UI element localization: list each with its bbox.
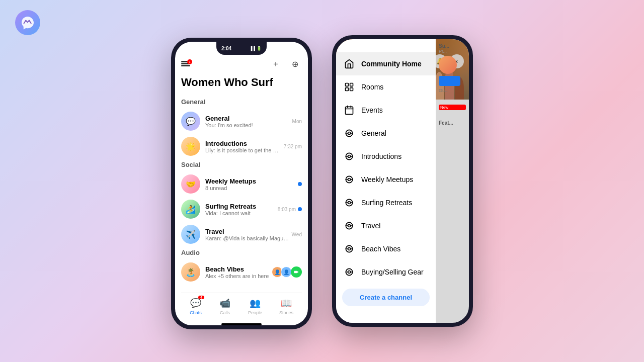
more-options-button[interactable]: ⊕ [288,57,302,71]
calls-icon: 📹 [219,297,231,309]
drawer-item-events[interactable]: Events [336,99,436,122]
chat-general-icon [343,127,355,139]
chat-item-introductions[interactable]: 🌟 Introductions Lily: is it possible to … [181,134,302,159]
drawer-item-travel[interactable]: Travel [336,214,436,237]
compose-button[interactable]: ＋ [269,57,283,71]
people-icon: 👥 [249,297,261,309]
drawer-label-weekly-meetups: Weekly Meetups [361,175,413,184]
menu-icon[interactable]: 1 [181,61,190,66]
chat-preview-weekly-meetups: 8 unread [205,185,296,191]
tab-bar: 💬 4 Chats 📹 Calls 👥 People 📖 [181,293,302,321]
chat-introductions-icon [343,150,355,162]
chat-item-general[interactable]: 💬 General You: I'm so excited! Mon [181,109,302,134]
chat-meta-introductions: 7:32 pm [284,144,302,149]
drawer-label-rooms: Rooms [361,83,383,91]
chat-name-surfing-retreats: Surfing Retreats [205,203,276,210]
drawer-label-introductions: Introductions [361,152,401,160]
drawer-item-surfing-retreats[interactable]: Surfing Retreats [336,191,436,214]
phone2: 2:04 ▐▐ 🔋 ↗ 🔔 ‹ [332,35,473,327]
audio-room-name-beach: Beach Vibes [205,265,272,273]
drawer-item-rooms[interactable]: Rooms [336,75,436,99]
chats-icon: 💬 4 [190,297,202,309]
chat-meta-general: Mon [292,119,302,124]
phones-wrapper: 2:04 ▐▐ 🔋 1 ＋ ⊕ [171,38,473,329]
mini-avatar-2: 👤 [281,266,292,278]
chat-meta-travel: Wed [292,232,302,237]
drawer-label-travel: Travel [361,222,380,230]
drawer-label-events: Events [361,106,383,114]
stories-icon: 📖 [280,297,292,309]
phone1-time: 2:04 [221,46,231,51]
phone1-header: 1 ＋ ⊕ [181,57,302,71]
tab-people-label: People [248,310,262,315]
chat-item-weekly-meetups[interactable]: 🤝 Weekly Meetups 8 unread [181,171,302,197]
menu-notification-badge: 1 [187,59,192,64]
drawer-item-general[interactable]: General [336,122,436,145]
phone1: 2:04 ▐▐ 🔋 1 ＋ ⊕ [171,38,312,329]
chat-item-travel[interactable]: ✈️ Travel Karan: @Vida is basically Magu… [181,222,302,247]
tab-people[interactable]: 👥 People [248,297,262,315]
right-peek-btn [439,76,460,86]
chat-info-surfing-retreats: Surfing Retreats Vida: I cannot wait [205,203,276,216]
drawer-label-community-home: Community Home [361,60,422,68]
phone2-screen: 2:04 ▐▐ 🔋 ↗ 🔔 ‹ [336,39,469,323]
section-label-audio: Audio [181,249,302,256]
chat-meta-surfing-retreats: 8:03 pm [278,207,296,212]
drawer-label-general: General [361,129,386,137]
drawer-overlay[interactable]: Su... Pr... Gu... New Feat... [436,39,469,323]
chat-item-surfing-retreats[interactable]: 🏄 Surfing Retreats Vida: I cannot wait 8… [181,197,302,222]
create-channel-button[interactable]: Create a channel [342,289,430,306]
svg-rect-5 [350,88,353,91]
chats-badge: 4 [198,296,204,299]
home-icon [343,58,355,70]
tab-stories[interactable]: 📖 Stories [279,297,293,315]
unread-dot-weekly [298,182,302,186]
chat-beach-icon [343,243,355,255]
chat-buying-icon [343,266,355,278]
tab-chats-label: Chats [190,310,202,315]
right-peek-badge-new: New [439,105,466,110]
svg-rect-3 [350,83,353,86]
avatar-introductions: 🌟 [181,137,200,156]
chat-info-travel: Travel Karan: @Vida is basically Maguyve… [205,228,290,241]
phone1-screen: 2:04 ▐▐ 🔋 1 ＋ ⊕ [175,42,308,325]
drawer-item-weekly-meetups[interactable]: Weekly Meetups [336,168,436,191]
tab-stories-label: Stories [279,310,293,315]
drawer-item-buying-gear[interactable]: Buying/Selling Gear [336,260,436,284]
right-peek-avatar [439,56,457,74]
chat-name-weekly-meetups: Weekly Meetups [205,177,296,185]
audio-room-info-beach: Beach Vibes Alex +5 others are in here [205,265,272,279]
phone1-content: 1 ＋ ⊕ Women Who Surf General 💬 General Y… [175,42,308,325]
drawer-item-community-home[interactable]: Community Home [336,52,436,75]
phone1-title: Women Who Surf [181,76,302,89]
rooms-icon [343,81,355,93]
drawer-item-introductions[interactable]: Introductions [336,145,436,168]
chat-preview-surfing-retreats: Vida: I cannot wait [205,210,276,216]
chat-weekly-icon [343,173,355,186]
svg-rect-0 [294,271,297,274]
tab-calls[interactable]: 📹 Calls [219,297,231,315]
right-peek-label-gu: Gu... [439,88,466,93]
chat-name-introductions: Introductions [205,140,282,147]
tab-calls-label: Calls [220,310,230,315]
svg-marker-1 [297,271,299,274]
chat-preview-introductions: Lily: is it possible to get the Di... [205,147,282,153]
chat-info-weekly-meetups: Weekly Meetups 8 unread [205,177,296,191]
audio-room-sub-beach: Alex +5 others are in here [205,273,272,279]
section-label-social: Social [181,161,302,168]
phone1-status-icons: ▐▐ 🔋 [250,46,262,51]
chat-info-general: General You: I'm so excited! [205,115,290,128]
svg-rect-4 [346,88,349,91]
chat-info-introductions: Introductions Lily: is it possible to ge… [205,140,282,153]
right-peek-title: Su... [439,43,466,49]
right-peek-sub: Pr... [439,49,466,54]
drawer-item-beach-vibes[interactable]: Beach Vibes [336,237,436,260]
audio-room-beach-vibes[interactable]: 🏝️ Beach Vibes Alex +5 others are in her… [181,259,302,285]
chat-name-travel: Travel [205,228,290,235]
unread-dot-surfing [298,207,302,211]
tab-chats[interactable]: 💬 4 Chats [190,297,202,315]
drawer-label-beach-vibes: Beach Vibes [361,245,400,253]
svg-rect-6 [346,107,353,114]
live-badge [291,266,302,278]
side-drawer: Community Home Rooms [336,39,469,323]
